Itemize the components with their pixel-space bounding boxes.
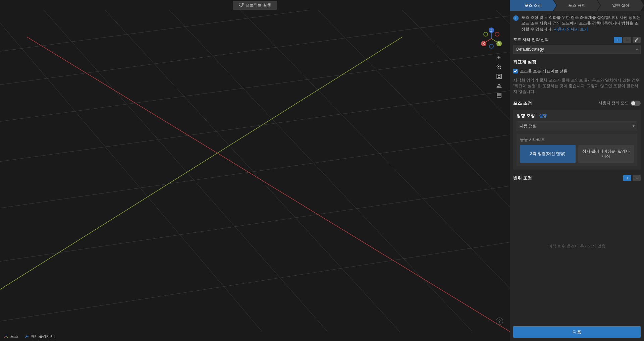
svg-line-37: [4, 336, 6, 338]
svg-line-10: [144, 10, 510, 332]
svg-line-42: [25, 336, 27, 338]
bottom-status-bar: 포즈 매니퓰레이터: [0, 332, 510, 341]
zoom-tool-icon[interactable]: [495, 63, 503, 71]
svg-text:Y: Y: [498, 42, 500, 46]
remove-translation-button[interactable]: −: [633, 175, 641, 181]
tab-general-settings[interactable]: 일반 설정: [597, 0, 644, 11]
tab-pose-rules[interactable]: 포즈 규칙: [554, 0, 600, 11]
translation-heading: 변위 조정: [513, 175, 532, 181]
mini-axes-icon: [4, 334, 8, 338]
svg-line-6: [0, 181, 510, 332]
svg-line-5: [0, 137, 510, 272]
orientation-heading: 방향 조정: [517, 113, 535, 119]
manipulator-toggle[interactable]: 매니퓰레이터: [25, 334, 55, 339]
info-box: i 포즈 조정 및 시각화를 위한 참조 좌표계를 설정합니다. 사전 정의된 …: [513, 13, 641, 35]
add-translation-button[interactable]: +: [623, 175, 631, 181]
svg-line-14: [470, 10, 510, 332]
svg-line-4: [0, 97, 510, 218]
info-icon: i: [513, 15, 519, 21]
svg-text:Z: Z: [490, 29, 492, 32]
svg-line-38: [6, 336, 8, 338]
svg-line-0: [0, 10, 510, 60]
svg-rect-31: [497, 74, 501, 79]
svg-line-13: [376, 10, 510, 332]
remove-strategy-button[interactable]: −: [623, 37, 631, 43]
coord-help-text: 시각화 영역의 물체 포즈가 물체 포인트 클라우드와 일치하지 않는 경우 "…: [513, 76, 641, 98]
custom-mode-label: 사용자 정의 모드: [598, 101, 629, 106]
perspective-icon[interactable]: [495, 82, 503, 90]
svg-line-9: [80, 10, 443, 332]
grid-plane: [0, 10, 510, 332]
manipulator-icon: [25, 334, 29, 338]
axis-x-line: [27, 37, 510, 332]
axis-y-line: [0, 37, 402, 332]
sidebar-tabs: 포즈 조정 포즈 규칙 일반 설정: [510, 0, 644, 11]
coord-heading: 좌표계 설정: [513, 56, 641, 66]
pan-tool-icon[interactable]: [495, 54, 503, 62]
svg-line-28: [500, 68, 501, 69]
help-icon[interactable]: ?: [496, 318, 503, 325]
orientation-desc-link[interactable]: 설명: [539, 113, 547, 118]
viewport-3d[interactable]: Z X Y: [0, 10, 510, 332]
svg-rect-32: [498, 75, 500, 77]
pose-adjust-heading: 포즈 조정: [513, 100, 532, 106]
tab-pose-adjustment[interactable]: 포즈 조정: [510, 0, 556, 11]
list-icon[interactable]: [495, 91, 503, 99]
orientation-subpanel: 방향 조정 설명 자동 정렬 응용 시나리오 Z축 정렬(머신 텐딩) 상자 팔…: [513, 110, 641, 170]
svg-text:X: X: [483, 42, 485, 46]
main-area: 프로젝트 실행: [0, 0, 510, 341]
strategy-select[interactable]: DefaultStrategy: [513, 45, 641, 54]
add-strategy-button[interactable]: +: [614, 37, 622, 43]
svg-line-2: [0, 34, 510, 131]
svg-point-24: [484, 32, 488, 36]
svg-line-3: [0, 64, 510, 171]
scenario-palletizing-button[interactable]: 상자 팔레타이징&디팔레타이징: [578, 145, 634, 163]
user-guide-link[interactable]: 사용자 안내서 보기: [554, 27, 588, 31]
svg-point-26: [489, 44, 493, 48]
run-label: 프로젝트 실행: [246, 2, 271, 8]
translation-empty-state: 아직 변위 옵션이 추가되지 않음: [513, 183, 641, 309]
custom-mode-toggle[interactable]: [631, 101, 641, 106]
orientation-select[interactable]: 자동 정렬: [517, 121, 637, 131]
svg-line-1: [0, 10, 510, 94]
fit-view-icon[interactable]: [495, 72, 503, 80]
right-sidebar: 포즈 조정 포즈 규칙 일반 설정 i 포즈 조정 및 시각화를 위한 참조 좌…: [510, 0, 644, 341]
svg-line-12: [292, 10, 510, 332]
strategy-title: 포즈 처리 전략 선택: [513, 37, 549, 43]
scenario-box: 응용 시나리오 Z축 정렬(머신 텐딩) 상자 팔레타이징&디팔레타이징: [517, 134, 637, 166]
top-bar: 프로젝트 실행: [0, 0, 510, 10]
svg-line-7: [0, 10, 302, 332]
axis-gizmo[interactable]: Z X Y: [480, 27, 503, 50]
scenario-label: 응용 시나리오: [520, 137, 634, 142]
viewport-toolbar: [495, 54, 503, 99]
robot-coord-checkbox[interactable]: 포즈를 로봇 좌표계로 전환: [513, 66, 641, 76]
refresh-icon: [239, 2, 244, 8]
panel-body: i 포즈 조정 및 시각화를 위한 참조 좌표계를 설정합니다. 사전 정의된 …: [510, 11, 644, 324]
edit-strategy-button[interactable]: [633, 37, 641, 43]
svg-point-25: [495, 32, 499, 36]
pose-toggle[interactable]: 포즈: [4, 334, 18, 339]
run-project-button[interactable]: 프로젝트 실행: [233, 1, 277, 10]
scenario-z-align-button[interactable]: Z축 정렬(머신 텐딩): [520, 145, 576, 163]
next-button[interactable]: 다음: [513, 326, 641, 338]
svg-rect-33: [497, 93, 501, 97]
